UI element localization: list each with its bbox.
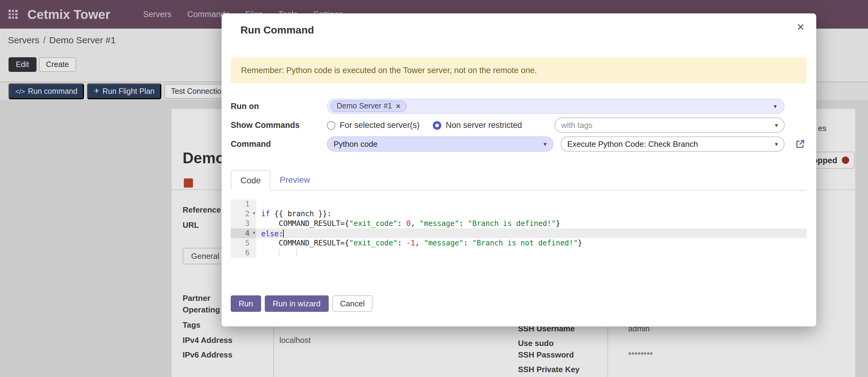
command-select[interactable]: Execute Python Code: Check Branch ▾ xyxy=(561,137,785,152)
radio-non-server-restricted[interactable]: Non server restricted xyxy=(433,121,522,130)
editor-line[interactable]: 1 xyxy=(231,199,807,209)
line-number: 2▾ xyxy=(231,209,256,219)
chevron-down-icon: ▾ xyxy=(770,122,778,128)
radio-on-icon xyxy=(433,121,442,129)
line-number: 3 xyxy=(231,219,256,228)
show-commands-label: Show Commands xyxy=(231,121,327,130)
line-number: 6 xyxy=(231,248,256,258)
code-line[interactable]: COMMAND_RESULT={"exit_code": 0, "message… xyxy=(256,219,807,228)
line-number: 4▾ xyxy=(231,228,256,238)
with-tags-select[interactable]: with tags ▾ xyxy=(555,118,785,133)
dialog-title: Run Command xyxy=(241,24,314,36)
command-value: Execute Python Code: Check Branch xyxy=(567,140,698,149)
radio-for-selected-servers-label: For selected server(s) xyxy=(340,121,420,130)
command-label: Command xyxy=(231,140,327,149)
run-button[interactable]: Run xyxy=(231,295,261,312)
chevron-down-icon: ▾ xyxy=(770,141,778,147)
fold-icon[interactable]: ▾ xyxy=(252,228,256,237)
cancel-button[interactable]: Cancel xyxy=(332,295,373,312)
command-type-value: Python code xyxy=(334,140,378,149)
warning-banner: Remember: Python code is executed on the… xyxy=(231,57,807,83)
run-in-wizard-button[interactable]: Run in wizard xyxy=(265,295,329,312)
with-tags-placeholder: with tags xyxy=(561,121,593,130)
radio-for-selected-servers[interactable]: For selected server(s) xyxy=(327,121,420,130)
radio-non-server-restricted-label: Non server restricted xyxy=(446,121,522,130)
line-number: 5 xyxy=(231,238,256,248)
tab-code[interactable]: Code xyxy=(231,170,271,191)
editor-line[interactable]: 5 COMMAND_RESULT={"exit_code": -1, "mess… xyxy=(231,238,807,248)
code-line[interactable]: else: xyxy=(256,228,807,238)
tab-preview[interactable]: Preview xyxy=(271,170,319,190)
run-command-dialog: Run Command ✕ Remember: Python code is e… xyxy=(222,13,816,326)
indent-guide xyxy=(297,249,297,256)
text-cursor xyxy=(283,230,284,237)
editor-line[interactable]: 2▾if {{ branch }}: xyxy=(231,209,807,219)
show-commands-row: Show Commands For selected server(s) Non… xyxy=(231,118,785,133)
remove-tag-icon[interactable]: ✕ xyxy=(396,103,401,109)
server-tag[interactable]: Demo Server #1 ✕ xyxy=(331,100,407,112)
command-row: Command Python code ▾ Execute Python Cod… xyxy=(231,137,785,152)
code-line[interactable]: COMMAND_RESULT={"exit_code": -1, "messag… xyxy=(256,238,807,248)
editor-line[interactable]: 4▾else: xyxy=(231,228,807,238)
chevron-down-icon: ▾ xyxy=(539,141,547,147)
run-on-label: Run on xyxy=(231,102,327,111)
code-line[interactable] xyxy=(256,248,807,258)
code-line[interactable] xyxy=(256,199,807,209)
command-type-select[interactable]: Python code ▾ xyxy=(327,137,553,152)
run-on-field[interactable]: Demo Server #1 ✕ ▾ xyxy=(327,99,785,114)
editor-line[interactable]: 6 xyxy=(231,248,807,258)
close-icon[interactable]: ✕ xyxy=(797,21,805,33)
dialog-footer: Run Run in wizard Cancel xyxy=(231,295,373,312)
fold-icon[interactable]: ▾ xyxy=(252,208,256,218)
radio-off-icon xyxy=(327,121,335,129)
editor-line[interactable]: 3 COMMAND_RESULT={"exit_code": 0, "messa… xyxy=(231,219,807,228)
code-line[interactable]: if {{ branch }}: xyxy=(256,209,807,219)
screen: Cetmix Tower Servers Commands Files Tool… xyxy=(0,0,868,377)
run-on-row: Run on Demo Server #1 ✕ ▾ xyxy=(231,99,785,114)
server-tag-label: Demo Server #1 xyxy=(337,102,392,110)
chevron-down-icon: ▾ xyxy=(769,103,777,110)
external-link-icon[interactable] xyxy=(795,139,805,149)
editor-tabs: Code Preview xyxy=(231,170,807,191)
code-editor[interactable]: 12▾if {{ branch }}:3 COMMAND_RESULT={"ex… xyxy=(231,199,807,258)
line-number: 1 xyxy=(231,199,256,209)
indent-guide xyxy=(279,249,279,256)
